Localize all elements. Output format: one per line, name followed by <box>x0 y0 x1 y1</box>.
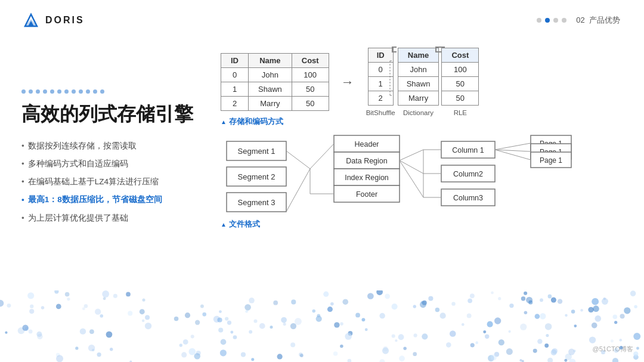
svg-line-32 <box>286 151 310 169</box>
row-table: ID Name Cost 0 John 100 1 Shawn 50 <box>221 53 329 111</box>
table-row: 50 <box>442 77 479 91</box>
right-panel: ID Name Cost 0 John 100 1 Shawn 50 <box>221 48 638 238</box>
name-col-wrap: Name John Shawn Marry Dictionary <box>398 48 439 116</box>
svg-text:Header: Header <box>355 140 379 148</box>
table-row: 2 Marry 50 <box>221 97 329 111</box>
table-area: ID Name Cost 0 John 100 1 Shawn 50 <box>221 48 638 116</box>
svg-text:Segment 2: Segment 2 <box>238 172 275 181</box>
bullet-list: 数据按列连续存储，按需读取 多种编码方式和自适应编码 在编码基础上基于LZ4算法… <box>21 140 206 224</box>
col-header-cost: Cost <box>292 54 329 68</box>
file-format-section: Segment 1 Segment 2 Segment 3 Header Dat… <box>221 135 638 231</box>
header: DORIS 02 产品优势 <box>0 11 644 30</box>
slide-number: 02 产品优势 <box>576 15 620 26</box>
cost-col-table: Cost 100 50 50 <box>441 48 479 106</box>
col-tables-wrapper: ID 0 1 2 BitShuffle <box>366 48 479 116</box>
table-row: 1 <box>368 77 393 91</box>
svg-line-44 <box>495 143 531 150</box>
table-row: Marry <box>398 91 439 106</box>
svg-text:Data Region: Data Region <box>346 157 388 165</box>
svg-text:Column 1: Column 1 <box>452 146 484 154</box>
cost-col-wrap: Cost 100 50 50 RLE <box>441 48 479 116</box>
dictionary-label: Dictionary <box>403 109 434 116</box>
svg-text:Index Region: Index Region <box>345 174 389 182</box>
table-row: 0 John 100 <box>221 68 329 82</box>
bullet-5: 为上层计算优化提供了基础 <box>21 212 206 224</box>
left-panel: 高效的列式存储引擎 数据按列连续存储，按需读取 多种编码方式和自适应编码 在编码… <box>21 89 206 224</box>
svg-text:Segment 3: Segment 3 <box>238 198 275 207</box>
table-row: 50 <box>442 91 479 106</box>
main-content: 高效的列式存储引擎 数据按列连续存储，按需读取 多种编码方式和自适应编码 在编码… <box>0 42 644 362</box>
section-label-1: ▲ 存储和编码方式 <box>221 116 638 127</box>
bullet-1: 数据按列连续存储，按需读取 <box>21 140 206 152</box>
table-row: 2 <box>368 91 393 106</box>
id-col-wrap: ID 0 1 2 BitShuffle <box>366 48 395 116</box>
table-row: Shawn <box>398 77 439 91</box>
name-col-table: Name John Shawn Marry <box>398 48 439 106</box>
svg-line-35 <box>310 144 334 169</box>
decorative-dots <box>21 89 141 94</box>
svg-line-33 <box>286 169 310 212</box>
dot-4 <box>562 18 566 23</box>
svg-text:Page 1: Page 1 <box>540 156 562 165</box>
header-right: 02 产品优势 <box>537 15 620 26</box>
page-title: 高效的列式存储引擎 <box>21 102 206 127</box>
dot-2 <box>545 18 550 23</box>
col-header-id: ID <box>221 54 249 68</box>
slide-dots <box>537 18 566 23</box>
table-row: 0 <box>368 63 393 77</box>
bullet-3: 在编码基础上基于LZ4算法进行压缩 <box>21 176 206 188</box>
svg-line-39 <box>400 160 423 197</box>
logo: DORIS <box>21 11 85 30</box>
bullet-2: 多种编码方式和自适应编码 <box>21 158 206 170</box>
id-col-table: ID 0 1 2 <box>368 48 394 106</box>
col-header-name: Name <box>249 54 292 68</box>
bitshuffle-label: BitShuffle <box>366 109 395 116</box>
bullet-4: 最高1：8数据压缩比，节省磁盘空间 <box>21 194 206 206</box>
file-format-svg: Segment 1 Segment 2 Segment 3 Header Dat… <box>221 135 614 231</box>
svg-line-37 <box>400 150 423 160</box>
svg-text:Segment 1: Segment 1 <box>238 147 275 156</box>
logo-icon <box>21 11 41 30</box>
transform-arrow: → <box>341 75 354 90</box>
rle-label: RLE <box>454 109 467 116</box>
svg-text:Column2: Column2 <box>453 170 483 178</box>
table-row: 1 Shawn 50 <box>221 82 329 97</box>
dot-3 <box>553 18 558 23</box>
logo-text: DORIS <box>45 15 85 26</box>
table-row: 100 <box>442 63 479 77</box>
table-row: John <box>398 63 439 77</box>
svg-line-38 <box>400 160 423 174</box>
svg-text:Column3: Column3 <box>453 194 483 202</box>
svg-text:Footer: Footer <box>356 190 377 199</box>
dot-1 <box>537 18 541 23</box>
triangle-1: ▲ <box>221 119 227 125</box>
